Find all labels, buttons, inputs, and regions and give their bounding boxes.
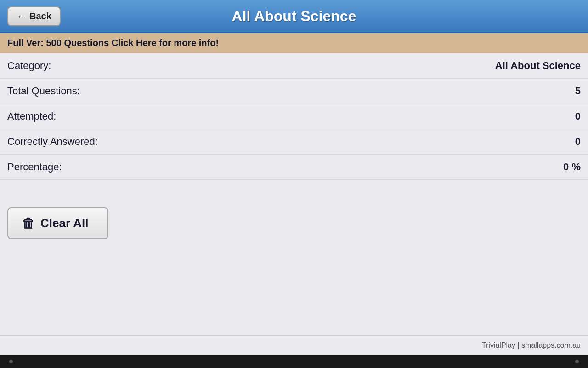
trash-icon: 🗑 (22, 216, 35, 231)
stats-row-attempted: Attempted: 0 (0, 104, 588, 129)
promo-text: Full Ver: 500 Questions Click Here for m… (7, 38, 219, 48)
correctly-answered-label: Correctly Answered: (7, 136, 98, 148)
attempted-label: Attempted: (7, 110, 56, 122)
stats-section: Category: All About Science Total Questi… (0, 53, 588, 180)
bottom-bar-dot-right (575, 360, 579, 363)
header: ← Back All About Science (0, 0, 588, 33)
clear-all-button[interactable]: 🗑 Clear All (7, 207, 108, 239)
stats-row-percentage: Percentage: 0 % (0, 155, 588, 180)
clear-all-label: Clear All (40, 216, 89, 230)
bottom-bar-dot-left (9, 360, 13, 363)
stats-row-correctly: Correctly Answered: 0 (0, 129, 588, 155)
correctly-answered-value: 0 (575, 136, 581, 148)
footer: TrivialPlay | smallapps.com.au (0, 335, 588, 355)
button-area: 🗑 Clear All (0, 180, 588, 248)
back-arrow-icon: ← (17, 11, 26, 22)
category-value: All About Science (495, 60, 581, 72)
attempted-value: 0 (575, 110, 581, 122)
percentage-label: Percentage: (7, 161, 62, 173)
footer-text: TrivialPlay | smallapps.com.au (482, 341, 581, 349)
total-questions-value: 5 (575, 85, 581, 97)
total-questions-label: Total Questions: (7, 85, 80, 97)
page-title: All About Science (232, 8, 356, 25)
back-label: Back (29, 11, 51, 22)
category-label: Category: (7, 60, 51, 72)
stats-row-category: Category: All About Science (0, 53, 588, 79)
percentage-value: 0 % (563, 161, 581, 173)
stats-row-total: Total Questions: 5 (0, 79, 588, 104)
bottom-bar (0, 355, 588, 368)
promo-bar[interactable]: Full Ver: 500 Questions Click Here for m… (0, 33, 588, 53)
main-content: Category: All About Science Total Questi… (0, 53, 588, 335)
back-button[interactable]: ← Back (7, 6, 61, 26)
